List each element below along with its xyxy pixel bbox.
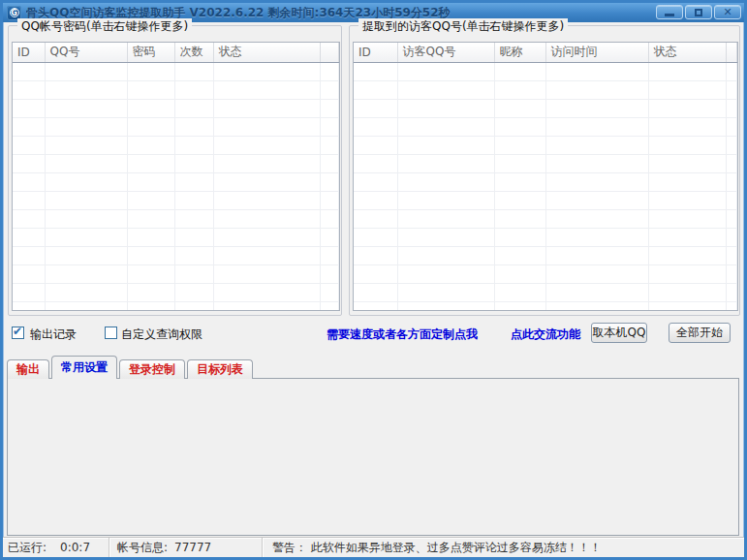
- logo-letter: G: [10, 8, 19, 17]
- minimize-icon: [665, 14, 674, 16]
- close-button[interactable]: ✕: [714, 5, 741, 19]
- tab-strip: 输出 常用设置 登录控制 目标列表: [7, 356, 255, 379]
- settings-panel: [7, 378, 739, 536]
- column-header[interactable]: 次数: [174, 43, 213, 62]
- visitors-table[interactable]: ID 访客QQ号 昵称 访问时间 状态: [353, 42, 738, 311]
- tab-login-control[interactable]: 登录控制: [119, 359, 185, 379]
- column-header[interactable]: [726, 43, 737, 62]
- column-header[interactable]: ID: [354, 43, 397, 62]
- column-header[interactable]: 状态: [213, 43, 320, 62]
- tab-common-settings[interactable]: 常用设置: [51, 356, 117, 379]
- runtime-section: 已运行: 0:0:7: [3, 538, 109, 557]
- account-info-label: 帐号信息:: [117, 540, 168, 556]
- column-header[interactable]: 访客QQ号: [397, 43, 494, 62]
- column-header[interactable]: 密码: [127, 43, 174, 62]
- column-header[interactable]: 状态: [648, 43, 726, 62]
- check-icon: ✔: [13, 325, 22, 338]
- qq-accounts-title: QQ帐号密码(单击右键操作更多): [17, 18, 192, 35]
- app-window: G 骨头QQ空间访客监控提取助手 V2022.6.22 剩余时间:364天23小…: [0, 0, 747, 560]
- account-info-value: 77777: [174, 541, 211, 554]
- warning-text: 警告： 此软件如果异地登录、过多点赞评论过多容易冻结！！！: [272, 540, 602, 556]
- table-header-row: ID QQ号 密码 次数 状态: [13, 43, 339, 62]
- output-log-label: 输出记录: [30, 327, 77, 343]
- contact-link[interactable]: 点此交流功能: [511, 327, 580, 343]
- table-header-row: ID 访客QQ号 昵称 访问时间 状态: [354, 43, 737, 62]
- warning-section: 警告： 此软件如果异地登录、过多点赞评论过多容易冻结！！！: [263, 538, 744, 557]
- start-all-button[interactable]: 全部开始: [669, 323, 731, 343]
- visitors-title: 提取到的访客QQ号(单击右键操作更多): [358, 18, 568, 35]
- column-header[interactable]: [320, 43, 339, 62]
- column-header[interactable]: 昵称: [494, 43, 545, 62]
- custom-query-checkbox[interactable]: [105, 327, 117, 339]
- minimize-button[interactable]: [656, 5, 683, 19]
- customize-link[interactable]: 需要速度或者各方面定制点我: [327, 327, 478, 343]
- tab-target-list[interactable]: 目标列表: [187, 359, 253, 379]
- output-log-checkbox[interactable]: ✔: [12, 327, 24, 339]
- account-info-section: 帐号信息: 77777: [109, 538, 263, 557]
- column-header[interactable]: 访问时间: [545, 43, 648, 62]
- close-icon: ✕: [723, 7, 731, 17]
- column-header[interactable]: ID: [13, 43, 45, 62]
- maximize-icon: [695, 9, 702, 16]
- tab-output[interactable]: 输出: [7, 359, 49, 379]
- visitors-groupbox: 提取到的访客QQ号(单击右键操作更多) ID 访客QQ号 昵称 访问时间 状态: [349, 25, 740, 316]
- qq-accounts-table[interactable]: ID QQ号 密码 次数 状态: [12, 42, 340, 311]
- custom-query-label: 自定义查询权限: [121, 327, 202, 343]
- status-bar: 已运行: 0:0:7 帐号信息: 77777 警告： 此软件如果异地登录、过多点…: [3, 537, 744, 557]
- runtime-value: 0:0:7: [60, 541, 90, 554]
- maximize-button[interactable]: [685, 5, 712, 19]
- qq-accounts-groupbox: QQ帐号密码(单击右键操作更多) ID QQ号 密码 次数 状态: [8, 25, 342, 316]
- column-header[interactable]: QQ号: [45, 43, 127, 62]
- get-local-qq-button[interactable]: 取本机QQ: [591, 323, 647, 343]
- window-controls: ✕: [656, 5, 741, 19]
- runtime-label: 已运行:: [8, 540, 47, 556]
- table-body[interactable]: [13, 62, 339, 311]
- table-body[interactable]: [354, 62, 737, 311]
